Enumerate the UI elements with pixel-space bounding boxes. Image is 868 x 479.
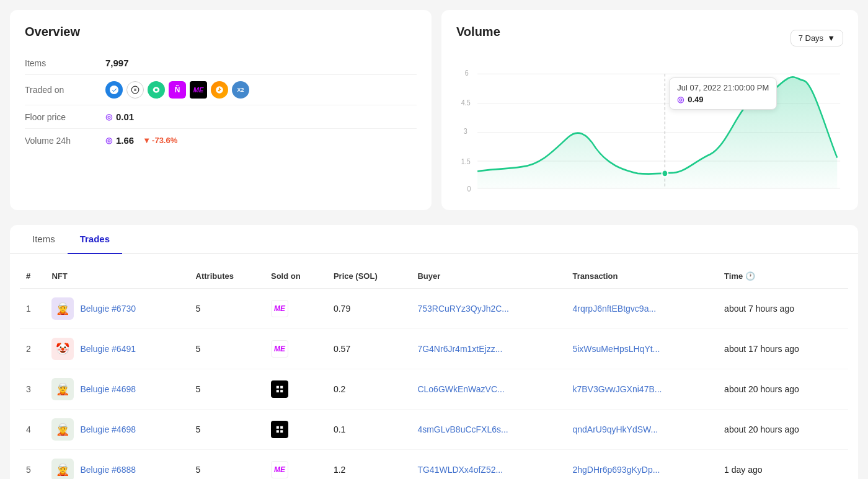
sold-on-icon: ME bbox=[271, 340, 288, 358]
buyer-address-link[interactable]: TG41WLDXx4ofZ52... bbox=[417, 465, 503, 475]
sold-on-icon bbox=[271, 380, 288, 398]
buyer-address-link[interactable]: 4smGLvB8uCcFXL6s... bbox=[417, 424, 508, 434]
row-num: 2 bbox=[20, 329, 45, 369]
tab-items[interactable]: Items bbox=[20, 225, 68, 254]
row-time: 1 day ago bbox=[718, 450, 848, 480]
row-buyer: TG41WLDXx4ofZ52... bbox=[411, 450, 566, 480]
svg-text:α: α bbox=[134, 87, 136, 92]
row-transaction: 2hgDHr6p693gKyDp... bbox=[566, 450, 718, 480]
row-price: 0.1 bbox=[327, 410, 411, 450]
trades-table-wrap: # NFT Attributes Sold on Price (SOL) Buy… bbox=[10, 254, 858, 479]
volume-panel: Volume 7 Days ▼ 0 1.5 3 4.5 6 bbox=[441, 10, 858, 210]
row-buyer: 753RCuRYz3QyJh2C... bbox=[411, 289, 566, 329]
sold-on-icon: ME bbox=[271, 461, 288, 478]
svg-text:12:00: 12:00 bbox=[508, 195, 523, 195]
row-price: 1.2 bbox=[327, 450, 411, 480]
row-nft: 🧝 Belugie #4698 bbox=[45, 369, 189, 410]
chevron-down-icon: ▼ bbox=[827, 33, 835, 43]
row-nft: 🧝 Belugie #6730 bbox=[45, 289, 189, 329]
row-transaction: 4rqrpJ6nftEBtgvc9a... bbox=[566, 289, 718, 329]
transaction-link[interactable]: 5ixWsuMeHpsLHqYt... bbox=[572, 344, 660, 354]
col-sold-on: Sold on bbox=[265, 264, 327, 289]
period-label: 7 Days bbox=[799, 33, 823, 43]
period-dropdown[interactable]: 7 Days ▼ bbox=[790, 30, 843, 46]
row-sold-on: ME bbox=[265, 289, 327, 329]
table-row: 5 🧝 Belugie #6888 5 ME 1.2 TG41WLDXx4ofZ… bbox=[20, 450, 848, 480]
table-row: 3 🧝 Belugie #4698 5 0.2 CLo6GWkEnWazVC..… bbox=[20, 369, 848, 410]
traded-row: Traded on α Ñ bbox=[25, 75, 417, 105]
nft-thumbnail: 🤡 bbox=[51, 338, 74, 360]
svg-text:19:00: 19:00 bbox=[621, 195, 637, 195]
row-sold-on: ME bbox=[265, 329, 327, 369]
x2y2-icon: X2 bbox=[232, 81, 249, 99]
nft-name-link[interactable]: Belugie #4698 bbox=[80, 424, 136, 434]
sol-icon-tooltip: ◎ bbox=[677, 95, 684, 104]
volume24-amount: 1.66 bbox=[116, 135, 134, 146]
trades-body: 1 🧝 Belugie #6730 5 ME 0.79 753RCuRYz3Qy… bbox=[20, 289, 848, 480]
row-price: 0.79 bbox=[327, 289, 411, 329]
row-time: about 7 hours ago bbox=[718, 289, 848, 329]
svg-text:0: 0 bbox=[467, 185, 471, 193]
volume-chart-svg: 0 1.5 3 4.5 6 bbox=[456, 59, 843, 195]
nft-thumbnail: 🧝 bbox=[51, 378, 74, 400]
clock-icon: 🕐 bbox=[745, 271, 755, 281]
col-price: Price (SOL) bbox=[327, 264, 411, 289]
row-num: 1 bbox=[20, 289, 45, 329]
sold-on-icon: ME bbox=[271, 300, 288, 317]
row-sold-on bbox=[265, 369, 327, 410]
nft-name-link[interactable]: Belugie #6491 bbox=[80, 344, 136, 354]
svg-text:18:00: 18:00 bbox=[694, 195, 709, 195]
svg-text:4.5: 4.5 bbox=[461, 99, 471, 107]
row-nft: 🧝 Belugie #4698 bbox=[45, 410, 189, 450]
row-attributes: 5 bbox=[190, 289, 265, 329]
col-num: # bbox=[20, 264, 45, 289]
trades-table: # NFT Attributes Sold on Price (SOL) Buy… bbox=[20, 264, 848, 479]
overview-title: Overview bbox=[25, 25, 417, 39]
svg-text:14:00: 14:00 bbox=[546, 195, 561, 195]
buyer-address-link[interactable]: CLo6GWkEnWazVC... bbox=[417, 384, 504, 394]
row-nft: 🧝 Belugie #6888 bbox=[45, 450, 189, 480]
row-attributes: 5 bbox=[190, 410, 265, 450]
nft-name-link[interactable]: Belugie #6888 bbox=[80, 465, 136, 475]
volume24-label: Volume 24h bbox=[25, 136, 105, 146]
marketplace-icons: α Ñ ME X2 bbox=[105, 81, 249, 99]
alpha-icon: α bbox=[126, 81, 144, 99]
looksrare-icon bbox=[148, 81, 165, 99]
row-time: about 17 hours ago bbox=[718, 329, 848, 369]
floor-label: Floor price bbox=[25, 112, 105, 122]
table-header: # NFT Attributes Sold on Price (SOL) Buy… bbox=[20, 264, 848, 289]
nft-name-link[interactable]: Belugie #6730 bbox=[80, 304, 136, 314]
buyer-address-link[interactable]: 7G4Nr6Jr4m1xtEjzz... bbox=[417, 344, 502, 354]
chart-area: 0 1.5 3 4.5 6 bbox=[456, 59, 843, 195]
transaction-link[interactable]: qndArU9qyHkYdSW... bbox=[572, 424, 658, 434]
volume-change-badge: ▼ -73.6% bbox=[143, 136, 177, 145]
magiceden-icon: ME bbox=[190, 81, 207, 99]
table-row: 4 🧝 Belugie #4698 5 0.1 4smGLvB8uCcFXL6s… bbox=[20, 410, 848, 450]
tooltip-time: Jul 07, 2022 21:00:00 PM bbox=[677, 83, 769, 92]
nft-thumbnail: 🧝 bbox=[51, 459, 74, 479]
opensea-icon bbox=[105, 81, 123, 99]
nft-thumbnail: 🧝 bbox=[51, 418, 74, 441]
items-label: Items bbox=[25, 58, 105, 68]
row-sold-on: ME bbox=[265, 450, 327, 480]
row-time: about 20 hours ago bbox=[718, 369, 848, 410]
row-attributes: 5 bbox=[190, 329, 265, 369]
svg-text:6: 6 bbox=[465, 69, 469, 77]
row-buyer: 7G4Nr6Jr4m1xtEjzz... bbox=[411, 329, 566, 369]
floor-value: ◎ 0.01 bbox=[105, 112, 134, 122]
svg-text:15:00: 15:00 bbox=[583, 195, 599, 195]
row-price: 0.57 bbox=[327, 329, 411, 369]
buyer-address-link[interactable]: 753RCuRYz3QyJh2C... bbox=[417, 304, 509, 314]
transaction-link[interactable]: k7BV3GvwJGXni47B... bbox=[572, 384, 662, 394]
floor-amount: 0.01 bbox=[116, 112, 134, 122]
nft-name-link[interactable]: Belugie #4698 bbox=[80, 384, 136, 394]
row-num: 3 bbox=[20, 369, 45, 410]
tooltip-value: ◎ 0.49 bbox=[677, 95, 769, 104]
items-value: 7,997 bbox=[105, 58, 129, 68]
transaction-link[interactable]: 2hgDHr6p693gKyDp... bbox=[572, 465, 660, 475]
tabs-bar: Items Trades bbox=[10, 225, 858, 254]
nifty-icon: Ñ bbox=[169, 81, 186, 99]
transaction-link[interactable]: 4rqrpJ6nftEBtgvc9a... bbox=[572, 304, 656, 314]
tab-trades[interactable]: Trades bbox=[68, 225, 122, 254]
row-time: about 20 hours ago bbox=[718, 410, 848, 450]
